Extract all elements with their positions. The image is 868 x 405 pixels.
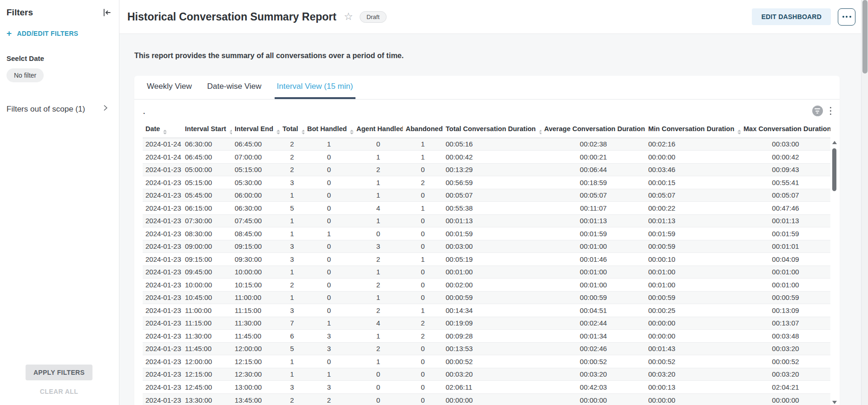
sort-icon[interactable] [230,130,232,134]
collapse-sidebar-icon[interactable] [102,8,112,17]
table-filter-icon[interactable] [812,106,823,116]
column-header-abandoned[interactable]: Abandoned [403,122,443,138]
table-cell: 1 [403,304,443,317]
apply-filters-button[interactable]: APPLY FILTERS [26,365,92,380]
table-cell: 1 [280,214,304,227]
table-cell: 12:45:00 [182,381,232,394]
table-cell: 00:00:15 [645,176,741,189]
window-scrollbar[interactable] [861,0,868,405]
column-label: Max Conversation Duration [743,125,830,133]
table-cell: 0 [403,279,443,292]
table-cell: 0 [304,355,354,368]
sort-icon[interactable] [539,130,541,134]
table-cell: 07:30:00 [182,214,232,227]
table-cell: 2 [403,176,443,189]
table-cell: 2024-01-23 [143,279,182,292]
table-cell: 00:01:00 [541,266,645,279]
table-cell: 1 [403,253,443,266]
date-filter-chip[interactable]: No filter [7,68,44,82]
table-cell: 0 [403,189,443,202]
table-cell: 4 [354,317,403,330]
table-cell: 00:01:00 [541,240,645,253]
table-row: 2024-01-2308:30:0008:45:00110000:01:5900… [143,227,830,240]
column-header-total-conversation-duration[interactable]: Total Conversation Duration [443,122,541,138]
clear-all-button[interactable]: CLEAR ALL [40,388,78,395]
table-cell: 00:02:16 [645,138,741,151]
table-cell: 11:30:00 [182,330,232,343]
table-cell: 00:19:09 [443,317,541,330]
table-cell: 07:45:00 [232,214,280,227]
tab-interval-view-15-min[interactable]: Interval View (15 min) [275,76,355,99]
column-header-max-conversation-duration[interactable]: Max Conversation Duration [741,122,830,138]
table-cell: 00:01:00 [741,266,830,279]
table-cell: 00:01:00 [741,279,830,292]
table-cell: 1 [280,291,304,304]
table-cell: 00:56:59 [443,176,541,189]
table-cell: 1 [280,227,304,240]
table-header-row: DateInterval StartInterval EndTotalBot H… [143,122,830,138]
column-header-total[interactable]: Total [280,122,304,138]
table-cell: 0 [403,368,443,381]
table-cell: 3 [280,240,304,253]
column-label: Interval End [235,125,273,133]
tab-weekly-view[interactable]: Weekly View [145,76,194,99]
table-cell: 12:15:00 [232,355,280,368]
table-scrollbar-track[interactable] [832,147,836,398]
table-cell: 00:01:00 [541,279,645,292]
report-widget-card: Weekly ViewDate-wise ViewInterval View (… [134,76,840,405]
table-cell: 0 [403,342,443,355]
table-cell: 2024-01-23 [143,393,182,405]
table-cell: 00:00:00 [541,393,645,405]
sort-icon[interactable] [276,130,280,134]
tab-date-wise-view[interactable]: Date-wise View [205,76,264,99]
table-cell: 11:15:00 [182,317,232,330]
table-cell: 00:01:13 [741,214,830,227]
table-cell: 00:03:48 [741,330,830,343]
filters-out-of-scope-row[interactable]: Filters out of scope (1) [7,104,112,114]
add-edit-filters-button[interactable]: + ADD/EDIT FILTERS [7,29,112,38]
table-cell: 00:55:41 [741,176,830,189]
table-cell: 00:00:42 [443,151,541,164]
table-cell: 02:04:21 [741,381,830,394]
kebab-menu-icon[interactable] [828,106,834,116]
edit-dashboard-button[interactable]: EDIT DASHBOARD [752,8,831,25]
table-cell: 0 [304,202,354,215]
table-cell: 13:00:00 [232,381,280,394]
column-header-average-conversation-duration[interactable]: Average Conversation Duration [541,122,645,138]
scrollbar-down-icon[interactable] [832,401,837,404]
widget-title: . [143,107,145,115]
table-cell: 12:00:00 [182,355,232,368]
more-options-button[interactable] [838,8,855,26]
table-row: 2024-01-2311:15:0011:30:00714200:19:0900… [143,317,830,330]
column-header-min-conversation-duration[interactable]: Min Conversation Duration [645,122,741,138]
scrollbar-up-icon[interactable] [832,141,837,144]
table-cell: 3 [280,253,304,266]
table-cell: 0 [403,266,443,279]
window-scrollbar-thumb[interactable] [862,0,868,73]
table-cell: 1 [354,176,403,189]
sort-icon[interactable] [737,130,741,134]
favorite-star-icon[interactable]: ☆ [344,12,353,22]
column-header-interval-start[interactable]: Interval Start [182,122,232,138]
sort-icon[interactable] [163,130,167,134]
table-cell: 2 [354,253,403,266]
column-header-interval-end[interactable]: Interval End [232,122,280,138]
table-cell: 00:42:03 [541,381,645,394]
column-header-bot-handled[interactable]: Bot Handled [304,122,354,138]
sort-icon[interactable] [350,130,354,134]
table-row: 2024-01-2309:45:0010:00:00101000:01:0000… [143,266,830,279]
table-cell: 00:01:00 [645,279,741,292]
column-label: Interval Start [185,125,226,133]
table-cell: 05:15:00 [232,163,280,176]
column-label: Total Conversation Duration [446,125,536,133]
interval-summary-table: DateInterval StartInterval EndTotalBot H… [143,122,830,405]
table-cell: 0 [304,151,354,164]
sort-icon[interactable] [302,130,304,134]
main-area: Historical Conversation Summary Report ☆… [119,0,868,405]
table-cell: 00:00:22 [645,202,741,215]
table-scrollbar-thumb[interactable] [832,148,836,191]
column-label: Agent Handled [356,125,403,133]
column-header-agent-handled[interactable]: Agent Handled [354,122,403,138]
column-header-date[interactable]: Date [143,122,182,138]
table-scrollbar[interactable] [831,138,837,405]
